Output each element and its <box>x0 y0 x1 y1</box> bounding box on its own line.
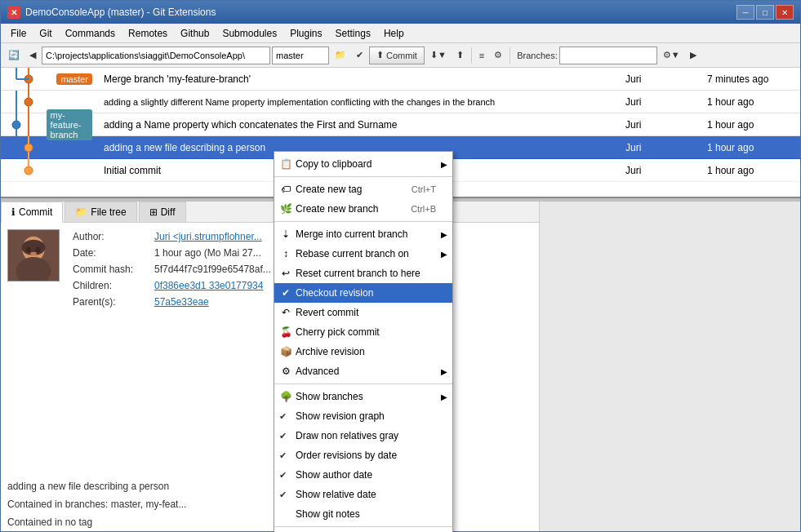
ctx-author-date[interactable]: ✔ Show author date <box>274 465 452 485</box>
advanced-icon: ⚙ <box>279 365 292 378</box>
ctx-draw-gray-label: Draw non relatives gray <box>296 430 398 441</box>
order-date-check: ✔ <box>279 450 287 461</box>
rebase-icon: ↕ <box>279 247 292 260</box>
ctx-create-branch[interactable]: 🌿 Create new branch Ctrl+B <box>274 199 452 219</box>
ctx-draw-gray[interactable]: ✔ Draw non relatives gray <box>274 426 452 446</box>
tag-shortcut: Ctrl+T <box>412 184 436 194</box>
ctx-create-tag[interactable]: 🏷 Create new tag Ctrl+T <box>274 180 452 199</box>
ctx-rebase-label: Rebase current branch on <box>296 248 409 259</box>
copy-arrow: ▶ <box>441 160 447 169</box>
ctx-relative-date[interactable]: ✔ Show relative date <box>274 485 452 504</box>
context-menu: 📋 Copy to clipboard ▶ 🏷 Create new tag C… <box>274 151 453 532</box>
relative-date-check: ✔ <box>279 490 287 500</box>
ctx-show-branches-label: Show branches <box>296 391 363 402</box>
ctx-revert[interactable]: ↶ Revert commit <box>274 303 452 322</box>
ctx-cherry-pick[interactable]: 🍒 Cherry pick commit <box>274 322 452 342</box>
archive-icon: 📦 <box>279 345 292 358</box>
ctx-merge[interactable]: ⇣ Merge into current branch ▶ <box>274 224 452 244</box>
ctx-revert-label: Revert commit <box>296 307 358 318</box>
ctx-git-notes[interactable]: Show git notes <box>274 504 452 524</box>
show-branches-arrow: ▶ <box>441 392 447 401</box>
merge-icon: ⇣ <box>279 228 292 241</box>
ctx-archive-label: Archive revision <box>296 346 365 357</box>
ctx-create-branch-label: Create new branch <box>296 203 378 215</box>
ctx-order-by-date[interactable]: ✔ Order revisions by date <box>274 446 452 465</box>
revision-graph-check: ✔ <box>279 411 287 422</box>
ctx-revision-graph-label: Show revision graph <box>296 410 385 422</box>
ctx-sep2 <box>274 221 452 222</box>
ctx-checkout-label: Checkout revision <box>296 287 373 299</box>
advanced-arrow: ▶ <box>441 367 447 376</box>
ctx-show-branches[interactable]: 🌳 Show branches ▶ <box>274 387 452 406</box>
checkout-icon: ✔ <box>279 286 292 299</box>
author-date-check: ✔ <box>279 470 287 481</box>
ctx-copy-clipboard[interactable]: 📋 Copy to clipboard ▶ <box>274 154 452 174</box>
ctx-order-date-label: Order revisions by date <box>296 450 397 461</box>
ctx-checkout[interactable]: ✔ Checkout revision <box>274 283 452 303</box>
reset-icon: ↩ <box>279 267 292 280</box>
draw-gray-check: ✔ <box>279 431 287 441</box>
cherry-icon: 🍒 <box>279 326 292 339</box>
context-menu-overlay[interactable]: 📋 Copy to clipboard ▶ 🏷 Create new tag C… <box>0 0 801 532</box>
ctx-advanced-label: Advanced <box>296 366 339 377</box>
tag-icon: 🏷 <box>279 183 292 196</box>
ctx-create-tag-label: Create new tag <box>296 184 362 195</box>
ctx-merge-label: Merge into current branch <box>296 228 407 240</box>
ctx-reset[interactable]: ↩ Reset current branch to here <box>274 264 452 283</box>
ctx-relative-date-label: Show relative date <box>296 489 376 500</box>
ctx-rebase[interactable]: ↕ Rebase current branch on ▶ <box>274 244 452 264</box>
ctx-cherry-label: Cherry pick commit <box>296 326 380 338</box>
ctx-sep1 <box>274 176 452 177</box>
branch-shortcut: Ctrl+B <box>411 204 436 214</box>
ctx-copy-label: Copy to clipboard <box>296 158 372 170</box>
merge-arrow: ▶ <box>441 230 447 239</box>
branch-icon: 🌿 <box>279 202 292 215</box>
ctx-archive[interactable]: 📦 Archive revision <box>274 342 452 361</box>
ctx-advanced[interactable]: ⚙ Advanced ▶ <box>274 361 452 381</box>
ctx-sep3 <box>274 383 452 384</box>
copy-icon: 📋 <box>279 157 292 171</box>
ctx-sep4 <box>274 526 452 527</box>
rebase-arrow: ▶ <box>441 250 447 259</box>
ctx-author-date-label: Show author date <box>296 469 372 481</box>
revert-icon: ↶ <box>279 306 292 319</box>
ctx-git-notes-label: Show git notes <box>296 508 360 520</box>
ctx-reset-label: Reset current branch to here <box>296 268 421 279</box>
branches-icon: 🌳 <box>279 390 292 403</box>
ctx-revision-graph[interactable]: ✔ Show revision graph <box>274 406 452 426</box>
